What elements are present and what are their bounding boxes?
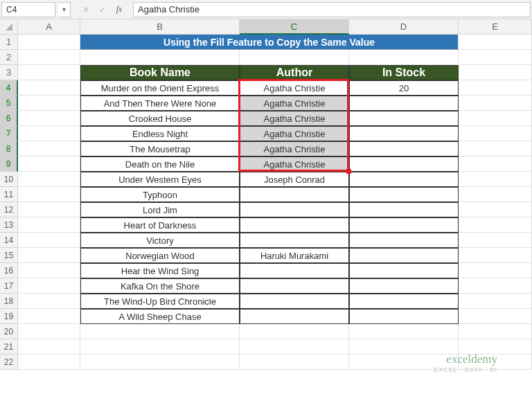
row-header-12[interactable]: 12 [0,202,18,217]
cell-D12[interactable] [349,202,459,217]
cell-A13[interactable] [18,217,80,233]
cell-C13[interactable] [240,217,349,233]
cell-A5[interactable] [18,96,80,111]
select-all-corner[interactable] [0,19,18,35]
cell-B8[interactable]: The Mousetrap [80,141,240,156]
title-cell[interactable]: Using the Fill Feature to Copy the Same … [80,35,459,50]
cell-D17[interactable] [349,278,459,294]
row-header-17[interactable]: 17 [0,278,18,294]
cell-A8[interactable] [18,141,80,156]
row-header-18[interactable]: 18 [0,294,18,309]
cell-A22[interactable] [18,355,80,370]
cell-A17[interactable] [18,278,80,294]
row-header-13[interactable]: 13 [0,217,18,233]
cell-C19[interactable] [240,309,349,324]
cell-B20[interactable] [80,324,240,339]
column-header-D[interactable]: D [349,19,459,35]
cell-C22[interactable] [240,355,349,370]
cell-D4[interactable]: 20 [349,80,459,96]
row-header-20[interactable]: 20 [0,324,18,339]
cell-C9[interactable]: Agatha Christie [240,156,349,172]
cell-C21[interactable] [240,339,349,355]
column-header-E[interactable]: E [459,19,532,35]
cell-A4[interactable] [18,80,80,96]
row-header-22[interactable]: 22 [0,355,18,370]
cell-C6[interactable]: Agatha Christie [240,111,349,126]
cell-E18[interactable] [459,294,532,309]
cell-B6[interactable]: Crooked House [80,111,240,126]
cell-B16[interactable]: Hear the Wind Sing [80,263,240,278]
cell-C17[interactable] [240,278,349,294]
cell-C2[interactable] [240,50,349,65]
header-in-stock[interactable]: In Stock [349,65,459,80]
cell-E14[interactable] [459,233,532,248]
cell-D13[interactable] [349,217,459,233]
cell-B12[interactable]: Lord Jim [80,202,240,217]
row-header-16[interactable]: 16 [0,263,18,278]
cell-B18[interactable]: The Wind-Up Bird Chronicle [80,294,240,309]
cell-D19[interactable] [349,309,459,324]
cell-D2[interactable] [349,50,459,65]
fx-icon[interactable]: fx [111,2,127,17]
cell-E20[interactable] [459,324,532,339]
cell-E16[interactable] [459,263,532,278]
cell-E6[interactable] [459,111,532,126]
row-header-7[interactable]: 7 [0,126,18,141]
cell-E13[interactable] [459,217,532,233]
cell-C10[interactable]: Joseph Conrad [240,172,349,187]
column-header-B[interactable]: B [80,19,240,35]
cell-E9[interactable] [459,156,532,172]
column-header-C[interactable]: C [240,19,349,35]
cell-D14[interactable] [349,233,459,248]
cell-B9[interactable]: Death on the Nile [80,156,240,172]
cell-B17[interactable]: Kafka On the Shore [80,278,240,294]
cell-B19[interactable]: A Wild Sheep Chase [80,309,240,324]
cell-C11[interactable] [240,187,349,202]
row-header-15[interactable]: 15 [0,248,18,263]
cell-D9[interactable] [349,156,459,172]
cell-C8[interactable]: Agatha Christie [240,141,349,156]
cell-E2[interactable] [459,50,532,65]
cell-C16[interactable] [240,263,349,278]
row-header-3[interactable]: 3 [0,65,18,80]
cell-A16[interactable] [18,263,80,278]
cell-B2[interactable] [80,50,240,65]
cell-E17[interactable] [459,278,532,294]
row-header-5[interactable]: 5 [0,96,18,111]
row-header-19[interactable]: 19 [0,309,18,324]
cell-D10[interactable] [349,172,459,187]
formula-bar[interactable]: Agatha Christie [133,2,531,17]
cell-A10[interactable] [18,172,80,187]
cell-B15[interactable]: Norwegian Wood [80,248,240,263]
cell-D18[interactable] [349,294,459,309]
row-header-4[interactable]: 4 [0,80,18,96]
cell-B10[interactable]: Under Western Eyes [80,172,240,187]
cell-D8[interactable] [349,141,459,156]
cell-E4[interactable] [459,80,532,96]
cell-B14[interactable]: Victory [80,233,240,248]
row-header-10[interactable]: 10 [0,172,18,187]
row-header-9[interactable]: 9 [0,156,18,172]
cell-C5[interactable]: Agatha Christie [240,96,349,111]
cell-C20[interactable] [240,324,349,339]
cell-A21[interactable] [18,339,80,355]
cell-C12[interactable] [240,202,349,217]
cell-E5[interactable] [459,96,532,111]
cell-C14[interactable] [240,233,349,248]
cell-E10[interactable] [459,172,532,187]
row-header-21[interactable]: 21 [0,339,18,355]
cell-E3[interactable] [459,65,532,80]
cell-A6[interactable] [18,111,80,126]
cell-C15[interactable]: Haruki Murakami [240,248,349,263]
cell-E12[interactable] [459,202,532,217]
cell-A2[interactable] [18,50,80,65]
cell-D15[interactable] [349,248,459,263]
cell-A14[interactable] [18,233,80,248]
row-header-14[interactable]: 14 [0,233,18,248]
cell-B7[interactable]: Endless Night [80,126,240,141]
header-book-name[interactable]: Book Name [80,65,240,80]
cell-E1[interactable] [459,35,532,50]
cell-A20[interactable] [18,324,80,339]
row-header-6[interactable]: 6 [0,111,18,126]
cell-E7[interactable] [459,126,532,141]
